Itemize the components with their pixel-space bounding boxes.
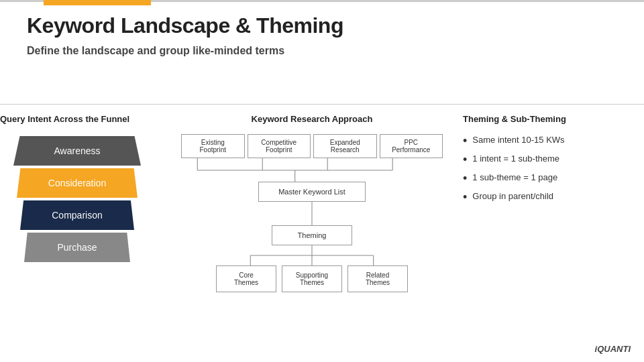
theming-box: Theming xyxy=(272,225,352,245)
bottom-boxes: CoreThemes SupportingThemes RelatedTheme… xyxy=(181,265,443,292)
master-keyword-label: Master Keyword List xyxy=(278,188,345,196)
bullet-item-3: • 1 sub-theme = 1 page xyxy=(463,172,637,184)
competitive-footprint-box: CompetitiveFootprint xyxy=(248,134,311,158)
ppc-performance-box: PPCPerformance xyxy=(380,134,443,158)
master-to-theming-connector xyxy=(181,202,443,225)
right-section-heading: Theming & Sub-Theming xyxy=(463,114,637,124)
bullet-item-2: • 1 intent = 1 sub-theme xyxy=(463,154,637,166)
flow-chart: ExistingFootprint CompetitiveFootprint E… xyxy=(181,134,443,292)
bullet-dot-1: • xyxy=(463,135,467,147)
funnel-awareness-label: Awareness xyxy=(54,145,100,156)
right-section: Theming & Sub-Theming • Same intent 10-1… xyxy=(463,114,637,210)
expanded-research-box: ExpandedResearch xyxy=(313,134,377,158)
connector-top-to-master xyxy=(181,158,443,182)
subtitle: Define the landscape and group like-mind… xyxy=(27,45,343,57)
core-themes-box: CoreThemes xyxy=(216,265,276,292)
main-title: Keyword Landscape & Theming xyxy=(27,13,343,38)
brand-logo: iQUANTI xyxy=(595,344,631,354)
middle-section-heading: Keyword Research Approach xyxy=(181,114,443,124)
supporting-themes-box: SupportingThemes xyxy=(282,265,342,292)
master-keyword-box: Master Keyword List xyxy=(258,182,366,202)
left-section-heading: Query Intent Across the Funnel xyxy=(0,114,154,124)
funnel-comparison: Comparison xyxy=(20,200,134,230)
bullet-text-4: Group in parent/child xyxy=(472,191,553,201)
funnel-awareness: Awareness xyxy=(13,136,141,166)
bullet-item-1: • Same intent 10-15 KWs xyxy=(463,135,637,147)
top-boxes: ExistingFootprint CompetitiveFootprint E… xyxy=(181,134,443,158)
funnel-purchase: Purchase xyxy=(24,233,130,262)
theming-bottom-svg xyxy=(181,245,443,265)
top-bar-accent xyxy=(44,0,151,5)
existing-footprint-box: ExistingFootprint xyxy=(181,134,245,158)
bullet-text-3: 1 sub-theme = 1 page xyxy=(472,172,557,182)
bullet-dot-3: • xyxy=(463,172,467,184)
theming-label: Theming xyxy=(298,231,327,239)
funnel-purchase-label: Purchase xyxy=(57,242,97,253)
top-connector-svg xyxy=(181,158,443,182)
bullet-text-1: Same intent 10-15 KWs xyxy=(472,135,564,145)
bullet-list: • Same intent 10-15 KWs • 1 intent = 1 s… xyxy=(463,135,637,203)
funnel-container: Awareness Consideration Comparison Purch… xyxy=(0,136,154,262)
bullet-dot-4: • xyxy=(463,191,467,203)
related-themes-box: RelatedThemes xyxy=(347,265,408,292)
funnel-comparison-label: Comparison xyxy=(52,210,102,221)
master-theming-svg xyxy=(181,202,443,225)
title-section: Keyword Landscape & Theming Define the l… xyxy=(27,13,343,57)
theming-to-bottom-connector xyxy=(181,245,443,265)
left-section: Query Intent Across the Funnel Awareness… xyxy=(0,114,154,262)
funnel-consideration-label: Consideration xyxy=(48,178,106,188)
bullet-item-4: • Group in parent/child xyxy=(463,191,637,203)
bullet-text-2: 1 intent = 1 sub-theme xyxy=(472,154,559,164)
bullet-dot-2: • xyxy=(463,154,467,166)
section-divider xyxy=(0,104,644,105)
funnel-consideration: Consideration xyxy=(17,168,138,198)
middle-section: Keyword Research Approach ExistingFootpr… xyxy=(181,114,443,292)
